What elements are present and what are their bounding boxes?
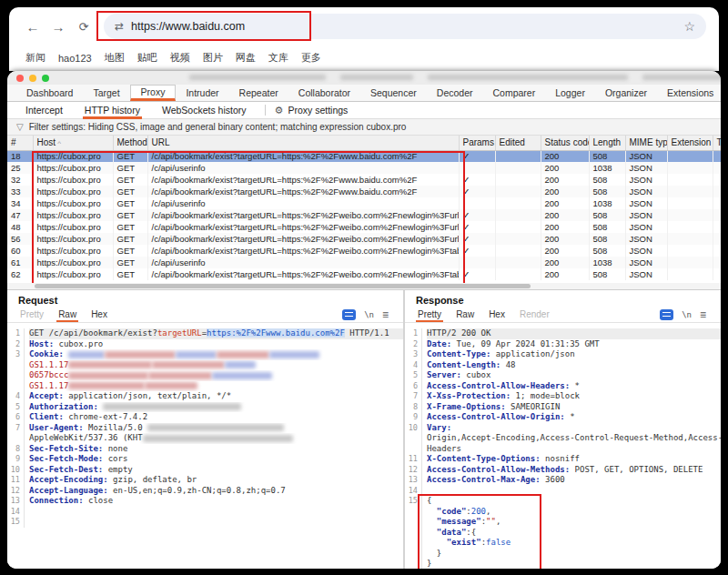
response-tab-render[interactable]: Render (512, 308, 557, 321)
column-header-status-code[interactable]: Status code (541, 136, 589, 150)
cell-params (459, 197, 495, 209)
cell-length: 508 (589, 268, 625, 280)
line-content: Content-Length: 48 (427, 360, 721, 371)
request-tab-hex[interactable]: Hex (84, 308, 115, 321)
tab-extensions[interactable]: Extensions (657, 85, 721, 101)
forward-icon[interactable]: → (47, 19, 69, 35)
request-tab-pretty[interactable]: Pretty (13, 308, 51, 321)
bookmark--[interactable]: 地图 (105, 51, 125, 65)
column-header--[interactable]: # (7, 136, 33, 150)
menu-icon[interactable]: ≡ (382, 308, 389, 321)
tab-organizer[interactable]: Organizer (595, 85, 657, 101)
table-row[interactable]: 33https://cubox.proGET/c/api/bookmark/ex… (7, 186, 721, 197)
back-icon[interactable]: ← (22, 19, 44, 35)
cell-mime-type: JSON (625, 209, 667, 221)
table-row[interactable]: 34https://cubox.proGET/c/api/userinfo200… (7, 197, 721, 209)
tab-dashboard[interactable]: Dashboard (16, 85, 83, 101)
response-tab-hex[interactable]: Hex (481, 308, 512, 321)
table-row[interactable]: 32https://cubox.proGET/c/api/bookmark/ex… (7, 174, 721, 186)
tab-comparer[interactable]: Comparer (483, 85, 546, 101)
tab-collaborator[interactable]: Collaborator (288, 85, 360, 101)
response-tabs: PrettyRawHexRender (410, 308, 557, 321)
line-number: 8 (405, 402, 422, 413)
table-row[interactable]: 61https://cubox.proGET/c/api/userinfo200… (7, 257, 721, 268)
code-line: 11Accept-Encoding: gzip, deflate, br (7, 475, 403, 486)
line-number: 1 (7, 328, 25, 339)
bookmark-star-icon[interactable]: ☆ (683, 19, 695, 34)
site-info-icon[interactable]: ⇄ (115, 20, 124, 33)
tab-repeater[interactable]: Repeater (229, 85, 288, 101)
column-header-url[interactable]: URL (147, 136, 459, 150)
proxy-settings-label: Proxy settings (288, 105, 348, 116)
tab-decoder[interactable]: Decoder (427, 85, 483, 101)
response-editor[interactable]: 1HTTP/2 200 OK2Date: Tue, 09 Apr 2024 01… (405, 328, 721, 569)
url-bar[interactable]: ⇄ https://www.baidu.com ☆ (104, 14, 706, 39)
cell-params: ✓ (459, 174, 495, 186)
bookmark--[interactable]: 网盘 (236, 51, 256, 65)
column-header-method[interactable]: Method (113, 136, 147, 150)
bookmark--[interactable]: 贴吧 (137, 51, 157, 65)
cell-edited (495, 197, 541, 209)
column-header-mime-type[interactable]: MIME type (625, 136, 667, 150)
subtab-http-history[interactable]: HTTP history (76, 103, 149, 117)
tab-logger[interactable]: Logger (545, 85, 595, 101)
tab-intruder[interactable]: Intruder (176, 85, 228, 101)
bookmark--[interactable]: 更多 (301, 51, 321, 65)
column-header-host[interactable]: Host ^ (33, 136, 113, 150)
cell-status-code: 200 (541, 186, 589, 197)
column-header-edited[interactable]: Edited (495, 136, 541, 150)
tab-sequencer[interactable]: Sequencer (360, 85, 427, 101)
column-header-params[interactable]: Params (459, 136, 495, 150)
response-tab-pretty[interactable]: Pretty (410, 308, 449, 321)
cell-url: /c/api/bookmark/exist?targetURL=https:%2… (147, 209, 459, 221)
request-editor[interactable]: 1GET /c/api/bookmark/exist?targetURL=htt… (7, 328, 403, 569)
table-row[interactable]: 62https://cubox.proGET/c/api/bookmark/ex… (7, 268, 721, 280)
response-tab-raw[interactable]: Raw (449, 308, 481, 321)
request-tab-bar: PrettyRawHex \n ≡ (7, 307, 403, 323)
newline-toggle-icon[interactable]: \n (364, 310, 374, 319)
line-content: Connection: close (29, 496, 403, 507)
cell-status-code: 200 (541, 221, 589, 233)
url-text[interactable]: https://www.baidu.com (131, 20, 245, 33)
bookmark-hao123[interactable]: hao123 (58, 53, 92, 64)
inspector-toggle-icon[interactable] (342, 309, 356, 320)
table-row[interactable]: 48https://cubox.proGET/c/api/bookmark/ex… (7, 221, 721, 233)
table-row[interactable]: 18https://cubox.proGET/c/api/bookmark/ex… (7, 150, 721, 162)
cell-mime-type: JSON (625, 268, 667, 280)
request-tab-raw[interactable]: Raw (51, 308, 84, 321)
filter-text: Filter settings: Hiding CSS, image and g… (29, 122, 407, 132)
cell-t (713, 174, 721, 186)
bookmark--[interactable]: 文库 (268, 51, 288, 65)
tab-target[interactable]: Target (83, 85, 129, 101)
table-row[interactable]: 25https://cubox.proGET/c/api/userinfo200… (7, 162, 721, 174)
filter-bar[interactable]: ▽ Filter settings: Hiding CSS, image and… (7, 119, 721, 136)
line-content: HTTP/2 200 OK (427, 328, 721, 339)
newline-toggle-icon[interactable]: \n (682, 310, 692, 319)
bookmark--[interactable]: 视频 (170, 51, 190, 65)
inspector-toggle-icon[interactable] (660, 309, 673, 320)
column-header-extension[interactable]: Extension (667, 136, 713, 150)
bookmark--[interactable]: 图片 (203, 51, 223, 65)
proxy-settings-button[interactable]: ⚙ Proxy settings (275, 105, 349, 116)
cell-url: /c/api/bookmark/exist?targetURL=https:%2… (147, 233, 459, 245)
line-content: Accept: application/json, text/plain, */… (29, 391, 403, 402)
maximize-window-icon[interactable] (42, 75, 49, 82)
cell-mime-type: JSON (625, 186, 667, 197)
tab-proxy[interactable]: Proxy (130, 85, 177, 101)
column-header-length[interactable]: Length (589, 136, 625, 150)
table-row[interactable]: 56https://cubox.proGET/c/api/bookmark/ex… (7, 233, 721, 245)
bookmark--[interactable]: 新闻 (25, 51, 46, 65)
cell--: 61 (7, 257, 33, 268)
column-header-t[interactable]: T (713, 136, 721, 150)
close-window-icon[interactable] (16, 75, 24, 82)
minimize-window-icon[interactable] (29, 75, 36, 82)
scrollbar-thumb[interactable] (35, 284, 531, 288)
cell-method: GET (113, 268, 147, 280)
horizontal-scrollbar[interactable] (7, 283, 721, 289)
subtab-websockets-history[interactable]: WebSockets history (153, 103, 256, 117)
subtab-intercept[interactable]: Intercept (16, 103, 72, 117)
menu-icon[interactable]: ≡ (700, 308, 706, 321)
table-row[interactable]: 47https://cubox.proGET/c/api/bookmark/ex… (7, 209, 721, 221)
table-row[interactable]: 60https://cubox.proGET/c/api/bookmark/ex… (7, 245, 721, 257)
reload-icon[interactable]: ⟳ (73, 20, 95, 34)
